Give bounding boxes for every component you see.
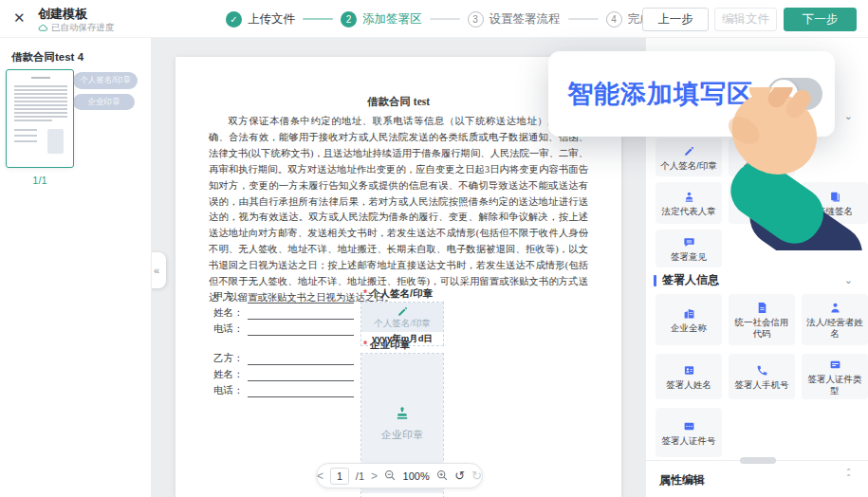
field-item-signer-name[interactable]: 签署人姓名 — [656, 354, 722, 399]
thumbnail-page-indicator: 1/1 — [6, 175, 74, 186]
party-b-block: 乙方： 姓名： 电话： — [213, 349, 365, 397]
blank-line — [248, 386, 354, 397]
field-item-label: 签署人姓名 — [666, 379, 711, 391]
field-label-text: 个人签名/印章 — [370, 287, 433, 299]
field-item-approval[interactable]: 签批 — [729, 182, 795, 224]
pen-icon — [397, 304, 409, 317]
pen-icon — [683, 144, 695, 156]
prev-page-button[interactable]: < — [317, 469, 323, 483]
field-label-text: 企业印章 — [370, 339, 410, 350]
party-a-block: 甲方： 姓名： 电话： — [213, 287, 365, 336]
undo-icon[interactable]: ↺ — [454, 469, 465, 483]
field-item-seam-sign[interactable]: 骑缝签名 — [802, 182, 868, 224]
signer-fields-row-3: 签署人证件号 — [656, 408, 722, 457]
field-item-credit-code[interactable]: 统一社会信用代码 — [729, 294, 795, 345]
field-item-legal-person-name[interactable]: 法人/经营者姓名 — [802, 294, 868, 345]
widget-placeholder: 企业印章 — [381, 428, 423, 442]
field-item-personal-sign[interactable]: 个人签名/印章 — [656, 138, 722, 176]
step-divider — [568, 18, 599, 20]
smart-fill-title: 智能添加填写区 — [567, 77, 753, 111]
step-number: 2 — [341, 11, 357, 28]
zoom-level: 100% — [403, 470, 430, 482]
stamp-icon — [756, 144, 768, 156]
sign-fields-row-2: 法定代表人章 签批 骑缝签名 — [656, 182, 868, 224]
blank-line — [248, 308, 354, 320]
field-item-label: 骑缝签名 — [817, 206, 853, 217]
field-item-id-type[interactable]: 签署人证件类型 — [802, 354, 868, 399]
pager-toolbar: < 1 /1 > 100% ↺ ↻ — [316, 463, 483, 488]
person-icon — [829, 301, 841, 313]
redo-icon[interactable]: ↻ — [471, 469, 482, 483]
chevron-down-icon[interactable]: ⌄ — [844, 110, 853, 122]
sign-fields-row-1: 个人签名/印章 企业印章 — [656, 138, 795, 176]
step-indicator: ✓ 上传文件 2 添加签署区 3 设置签署流程 4 完成 — [226, 0, 652, 38]
smart-fill-toggle[interactable] — [767, 78, 822, 110]
field-item-label: 签署人证件类型 — [803, 374, 866, 396]
field-item-label: 签批 — [753, 206, 771, 217]
signer-name-icon — [683, 363, 695, 376]
step-divider — [430, 18, 460, 20]
blank-line — [248, 370, 354, 381]
signer-fields-row-2: 签署人姓名 签署人手机号 签署人证件类型 — [656, 354, 868, 399]
zoom-out-icon[interactable] — [384, 469, 396, 483]
field-item-label: 个人签名/印章 — [660, 160, 717, 172]
seam-sign-icon — [829, 190, 841, 202]
blank-line — [248, 354, 354, 365]
edit-file-button[interactable]: 编辑文件 — [714, 8, 777, 31]
create-template-app: ✕ 创建模板 已自动保存进度 ✓ 上传文件 2 添加签署区 3 设置签署流程 4 — [0, 0, 868, 497]
phone-icon — [756, 363, 768, 376]
property-editor-bar: 属性编辑 ⌃⌃ — [646, 460, 868, 497]
sign-date-field[interactable]: yyyy年m月d日 — [361, 493, 443, 497]
stamp-icon — [395, 406, 410, 421]
step-upload-file[interactable]: ✓ 上传文件 — [226, 11, 295, 28]
signer-info-section-header: 签署人信息 — [646, 272, 868, 288]
smart-fill-popup: 智能添加填写区 — [548, 51, 835, 137]
field-item-label: 企业全称 — [671, 322, 707, 334]
field-item-signer-phone[interactable]: 签署人手机号 — [729, 354, 795, 399]
field-item-label: 法定代表人章 — [662, 206, 716, 217]
field-item-id-number[interactable]: 签署人证件号 — [656, 408, 722, 457]
section-title: 签署人信息 — [662, 272, 719, 288]
field-item-label: 签署人手机号 — [735, 379, 789, 391]
blank-line — [248, 324, 354, 336]
page-number-input[interactable]: 1 — [330, 468, 349, 485]
next-step-button[interactable]: 下一步 — [784, 8, 857, 31]
collapse-up-icon[interactable]: ⌃⌃ — [845, 469, 852, 481]
field-item-company-name[interactable]: 企业全称 — [656, 294, 722, 345]
building-icon — [683, 306, 695, 319]
page-thumbnail[interactable] — [6, 69, 74, 168]
pages-sidebar: 借款合同test 4 1/1 — [0, 38, 152, 497]
person-stamp-icon — [683, 190, 695, 202]
comment-icon — [683, 235, 695, 248]
property-editor-title: 属性编辑 — [659, 472, 705, 488]
contract-body-text: 双方保证本借条中约定的地址、联系电话等信息（以下统称送达地址）真实、准确、合法有… — [209, 114, 588, 306]
field-item-label: 签署意见 — [671, 251, 707, 263]
field-item-company-seal[interactable]: 企业印章 — [729, 138, 795, 176]
step-check-icon: ✓ — [226, 11, 242, 28]
step-label: 设置签署流程 — [489, 11, 561, 28]
close-icon[interactable]: ✕ — [13, 9, 26, 27]
name-label: 姓名： — [213, 306, 244, 320]
field-item-legal-rep-seal[interactable]: 法定代表人章 — [656, 182, 722, 224]
zoom-in-icon[interactable] — [436, 469, 448, 483]
party-a-label: 甲方： — [213, 290, 244, 304]
credit-code-icon — [756, 301, 768, 313]
id-number-icon — [683, 419, 695, 432]
drag-handle[interactable] — [740, 457, 776, 464]
party-b-label: 乙方： — [213, 352, 244, 365]
field-item-label: 签署人证件号 — [662, 435, 716, 447]
step-number: 3 — [468, 11, 484, 28]
field-item-sign-comment[interactable]: 签署意见 — [656, 230, 722, 267]
step-add-sign-area[interactable]: 2 添加签署区 — [341, 11, 422, 28]
step-set-flow[interactable]: 3 设置签署流程 — [468, 11, 561, 28]
page-title: 创建模板 — [38, 6, 87, 23]
chevron-down-icon[interactable]: ⌄ — [844, 274, 853, 286]
field-item-label: 法人/经营者姓名 — [803, 317, 866, 340]
step-divider — [303, 18, 333, 20]
required-asterisk: * — [363, 287, 367, 299]
next-page-button[interactable]: > — [371, 469, 378, 483]
cloud-icon — [38, 23, 48, 33]
id-type-icon — [829, 358, 841, 370]
autosave-label: 已自动保存进度 — [51, 22, 115, 34]
previous-step-button[interactable]: 上一步 — [642, 8, 709, 31]
